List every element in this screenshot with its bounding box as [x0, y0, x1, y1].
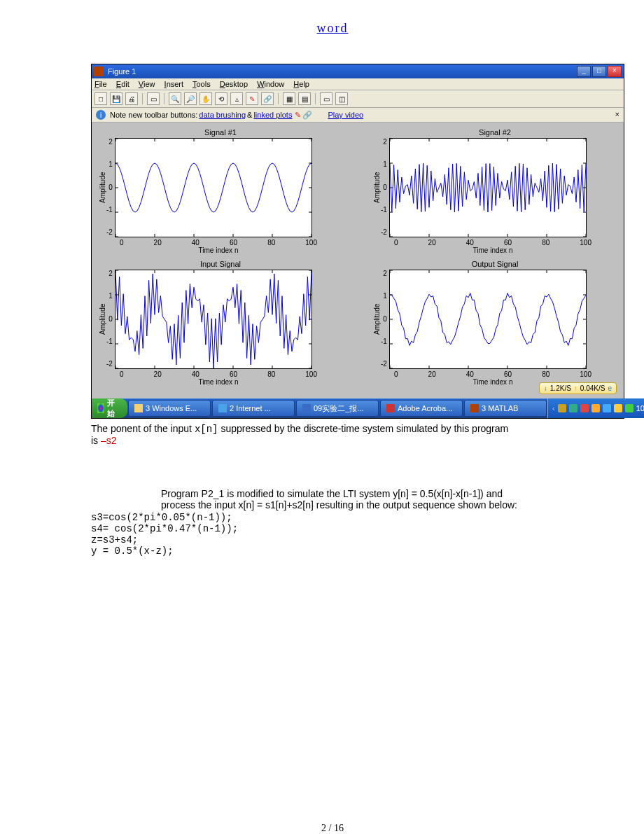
infobar-close-icon[interactable]: ×	[615, 110, 620, 118]
toolbar-separator	[278, 93, 279, 104]
ie-icon: e	[608, 384, 612, 392]
info-bar: i Note new toolbar buttons: data brushin…	[92, 108, 624, 123]
clock: 10:30	[636, 404, 644, 412]
menu-edit[interactable]: Edit	[116, 80, 130, 88]
menu-window[interactable]: Window	[257, 80, 284, 88]
menu-bar: File Edit View Insert Tools Desktop Wind…	[92, 78, 624, 90]
close-button[interactable]: ×	[608, 66, 622, 77]
toolbar-separator	[142, 93, 143, 104]
taskbar-item-ie[interactable]: 2 Internet ...	[212, 400, 295, 417]
info-text-prefix: Note new toolbar buttons:	[110, 111, 197, 119]
page-number: 2 / 16	[91, 823, 574, 834]
new-figure-icon[interactable]: □	[94, 92, 107, 105]
up-arrow-icon: ↑	[574, 384, 578, 392]
link-mini-icon: 🔗	[302, 111, 312, 120]
subplot-signal-1: Signal #1 Amplitude 2 1 0 -1 -2 0	[97, 128, 344, 254]
show-tools-icon[interactable]: ◫	[335, 92, 348, 105]
subplot-title: Signal #2	[372, 128, 618, 137]
xticks: 0 20 40 60 80 100	[394, 370, 592, 378]
down-rate: 1.2K/S	[550, 384, 571, 392]
subplot-input-signal: Input Signal Amplitude 2 1 0 -1 -2	[97, 260, 344, 386]
page-header-link[interactable]: word	[91, 21, 574, 36]
colorbar-icon[interactable]: ▦	[283, 92, 295, 105]
yticks: 2 1 0 -1 -2	[106, 270, 115, 368]
ylabel: Amplitude	[372, 138, 381, 237]
axes	[389, 270, 587, 369]
ylabel: Amplitude	[97, 138, 106, 237]
start-label: 开始	[107, 398, 118, 419]
toolbar-separator	[315, 93, 316, 104]
start-button[interactable]: 开始	[92, 398, 127, 418]
info-icon: i	[96, 110, 106, 120]
body-paragraph-1: The ponent of the input x[n] suppressed …	[91, 423, 574, 446]
taskbar-item-word[interactable]: 09实验二_报...	[296, 400, 379, 417]
legend-icon[interactable]: ▤	[298, 92, 311, 105]
yticks: 2 1 0 -1 -2	[106, 138, 115, 236]
menu-view[interactable]: View	[139, 80, 155, 88]
brush-mini-icon: ✎	[295, 111, 301, 120]
minimize-button[interactable]: _	[577, 66, 591, 77]
taskbar-item-explorer[interactable]: 3 Windows E...	[128, 400, 211, 417]
menu-help[interactable]: Help	[293, 80, 309, 88]
info-amp: &	[247, 111, 252, 119]
subplot-title: Signal #1	[97, 128, 344, 137]
linked-plots-link[interactable]: linked plots	[253, 111, 292, 119]
tray-icon[interactable]	[558, 404, 566, 412]
tray-icon[interactable]	[569, 404, 578, 412]
play-video-link[interactable]: Play video	[328, 111, 363, 119]
folder-icon	[134, 404, 143, 412]
tray-icon[interactable]	[580, 404, 589, 412]
tray-icon[interactable]	[603, 404, 611, 412]
menu-insert[interactable]: Insert	[164, 80, 184, 88]
taskbar-item-matlab[interactable]: 3 MATLAB	[464, 400, 547, 417]
xticks: 0 20 40 60 80 100	[394, 239, 592, 246]
axes	[115, 138, 312, 237]
code-block: s3=cos(2*pi*0.05*(n-1)); s4= cos(2*pi*0.…	[91, 512, 574, 557]
hide-tools-icon[interactable]: ▭	[320, 92, 332, 105]
up-rate: 0.04K/S	[580, 384, 606, 392]
menu-tools[interactable]: Tools	[192, 80, 211, 88]
menu-desktop[interactable]: Desktop	[220, 80, 248, 88]
xticks: 0 20 40 60 80 100	[120, 239, 317, 246]
toolbar-separator	[164, 93, 164, 104]
yticks: 2 1 0 -1 -2	[381, 138, 389, 236]
axes	[389, 138, 587, 237]
windows-flag-icon	[97, 403, 104, 413]
network-badge: ↓ 1.2K/S ↑ 0.04K/S e	[539, 382, 617, 394]
plots-area: Signal #1 Amplitude 2 1 0 -1 -2 0	[92, 123, 624, 398]
toolbar: □ 💾 🖨 ▭ 🔍 🔎 ✋ ⟲ ▵ ✎ 🔗 ▦ ▤ ▭ ◫	[92, 90, 624, 108]
tray-icon[interactable]	[592, 404, 600, 412]
ylabel: Amplitude	[97, 270, 106, 369]
matlab-figure-window: Figure 1 _ □ × File Edit View Insert Too…	[91, 64, 624, 419]
taskbar-item-acrobat[interactable]: Adobe Acroba...	[380, 400, 463, 417]
xlabel: Time index n	[394, 246, 592, 254]
header-link-text[interactable]: word	[317, 21, 349, 35]
pointer-icon[interactable]: ▭	[147, 92, 160, 105]
pan-icon[interactable]: ✋	[200, 92, 212, 105]
maximize-button[interactable]: □	[592, 66, 606, 77]
menu-file[interactable]: File	[94, 80, 107, 88]
pdf-icon	[386, 404, 395, 412]
print-icon[interactable]: 🖨	[125, 92, 138, 105]
answer-s2: –s2	[101, 435, 117, 446]
rotate-icon[interactable]: ⟲	[215, 92, 227, 105]
xlabel: Time index n	[120, 246, 317, 254]
brush-icon[interactable]: ✎	[246, 92, 258, 105]
tray-icon[interactable]	[625, 404, 634, 412]
subplot-signal-2: Signal #2 Amplitude 2 1 0 -1 -2 0	[372, 128, 618, 254]
xlabel: Time index n	[120, 378, 317, 386]
subplot-title: Input Signal	[97, 260, 344, 268]
windows-taskbar: 开始 3 Windows E... 2 Internet ... 09实验二_报…	[92, 398, 624, 418]
yticks: 2 1 0 -1 -2	[381, 270, 389, 368]
data-brushing-link[interactable]: data brushing	[199, 111, 246, 119]
zoom-in-icon[interactable]: 🔍	[169, 92, 181, 105]
zoom-out-icon[interactable]: 🔎	[184, 92, 197, 105]
down-arrow-icon: ↓	[544, 384, 547, 392]
tray-icon[interactable]	[614, 404, 622, 412]
subplot-output-signal: Output Signal Amplitude 2 1 0 -1 -2	[372, 260, 618, 386]
subplot-title: Output Signal	[372, 260, 618, 268]
tray-chevron-icon[interactable]: ‹	[552, 404, 555, 412]
save-icon[interactable]: 💾	[110, 92, 122, 105]
link-icon[interactable]: 🔗	[261, 92, 274, 105]
datatip-icon[interactable]: ▵	[230, 92, 243, 105]
